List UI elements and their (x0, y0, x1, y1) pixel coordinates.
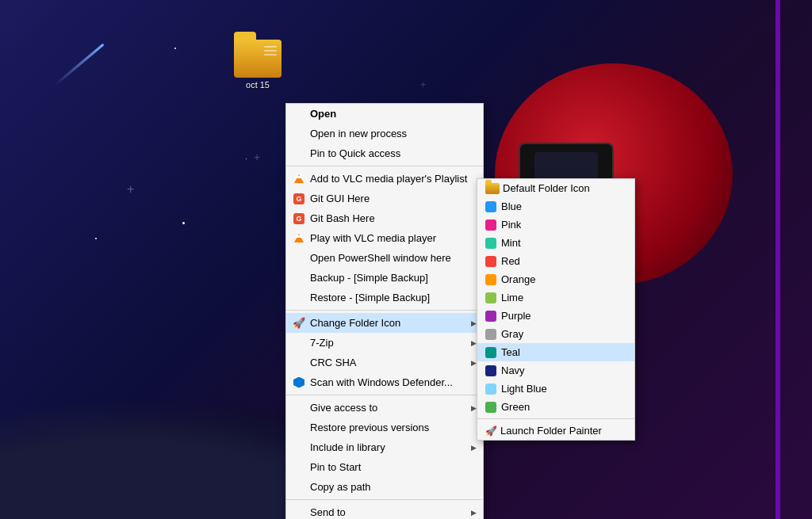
desktop: + + + + oct 15 Open Open in new process … (0, 0, 812, 519)
menu-item-crc-sha[interactable]: CRC SHA (286, 353, 483, 372)
shooting-star (54, 44, 104, 86)
menu-item-git-bash[interactable]: G Git Bash Here (286, 208, 483, 228)
menu-item-copy-path[interactable]: Copy as path (286, 477, 483, 497)
git-bash-icon: G (293, 212, 305, 225)
star (174, 48, 176, 49)
menu-item-open-new-process[interactable]: Open in new process (286, 124, 483, 143)
submenu-item-pink[interactable]: Pink (477, 216, 634, 234)
menu-item-restore-versions[interactable]: Restore previous versions (286, 418, 483, 437)
lime-color-dot (485, 292, 496, 303)
desktop-folder[interactable]: oct 15 (230, 40, 285, 90)
submenu-item-green[interactable]: Green (477, 398, 634, 416)
star (246, 158, 247, 159)
star (95, 238, 97, 239)
decoration: + (127, 182, 134, 197)
green-color-dot (485, 402, 496, 413)
submenu-item-teal[interactable]: Teal (477, 343, 634, 361)
separator (286, 310, 483, 311)
folder-icon-graphic (234, 40, 282, 78)
orange-color-dot (485, 274, 496, 285)
submenu-item-launch[interactable]: 🚀 Launch Folder Painter (477, 422, 634, 440)
submenu-item-default[interactable]: Default Folder Icon (477, 179, 634, 197)
navy-color-dot (485, 365, 496, 376)
submenu-item-light-blue[interactable]: Light Blue (477, 380, 634, 398)
vlc-play-icon (293, 232, 305, 245)
separator (286, 166, 483, 166)
folder-label: oct 15 (230, 80, 285, 90)
star (182, 222, 185, 224)
menu-item-pin-start[interactable]: Pin to Start (286, 457, 483, 477)
menu-item-play-vlc[interactable]: Play with VLC media player (286, 228, 483, 248)
menu-item-change-folder-icon[interactable]: 🚀 Change Folder Icon Default Folder Icon… (286, 313, 483, 333)
menu-item-pin-quick-access[interactable]: Pin to Quick access (286, 143, 483, 163)
menu-item-add-vlc[interactable]: Add to VLC media player's Playlist (286, 169, 483, 189)
submenu-item-navy[interactable]: Navy (477, 361, 634, 380)
menu-item-restore[interactable]: Restore - [Simple Backup] (286, 288, 483, 307)
default-folder-icon (485, 183, 500, 194)
mint-color-dot (485, 238, 496, 249)
submenu-item-lime[interactable]: Lime (477, 288, 634, 307)
menu-item-send-to[interactable]: Send to (286, 502, 483, 519)
defender-icon (293, 376, 305, 389)
submenu-item-orange[interactable]: Orange (477, 270, 634, 288)
menu-item-backup[interactable]: Backup - [Simple Backup] (286, 268, 483, 288)
purple-color-dot (485, 311, 496, 322)
rocket-icon: 🚀 (293, 317, 305, 330)
menu-item-scan-defender[interactable]: Scan with Windows Defender... (286, 372, 483, 392)
menu-item-powershell[interactable]: Open PowerShell window here (286, 248, 483, 268)
teal-color-dot (485, 347, 496, 358)
red-color-dot (485, 256, 496, 267)
gray-color-dot (485, 329, 496, 340)
submenu-item-gray[interactable]: Gray (477, 325, 634, 343)
separator (286, 499, 483, 500)
pink-color-dot (485, 219, 496, 231)
git-icon: G (293, 193, 305, 205)
menu-item-give-access[interactable]: Give access to (286, 398, 483, 418)
menu-item-git-gui[interactable]: G Git GUI Here (286, 189, 483, 208)
submenu-separator (477, 418, 634, 419)
menu-item-include-library[interactable]: Include in library (286, 437, 483, 457)
context-menu: Open Open in new process Pin to Quick ac… (285, 103, 484, 519)
light-blue-color-dot (485, 384, 496, 395)
vertical-bar (776, 0, 780, 519)
separator (286, 395, 483, 395)
submenu-item-mint[interactable]: Mint (477, 234, 634, 252)
submenu-item-red[interactable]: Red (477, 252, 634, 270)
folder-icon-submenu: Default Folder Icon Blue Pink Mint Red (477, 178, 635, 441)
vlc-icon (293, 173, 305, 185)
menu-item-7zip[interactable]: 7-Zip (286, 333, 483, 353)
decoration: + (254, 151, 260, 163)
blue-color-dot (485, 201, 496, 212)
folder-lines (264, 46, 277, 58)
submenu-item-blue[interactable]: Blue (477, 197, 634, 216)
submenu-item-purple[interactable]: Purple (477, 307, 634, 325)
menu-item-open[interactable]: Open (286, 104, 483, 124)
decoration: + (420, 79, 426, 90)
launch-rocket-icon: 🚀 (485, 426, 497, 437)
